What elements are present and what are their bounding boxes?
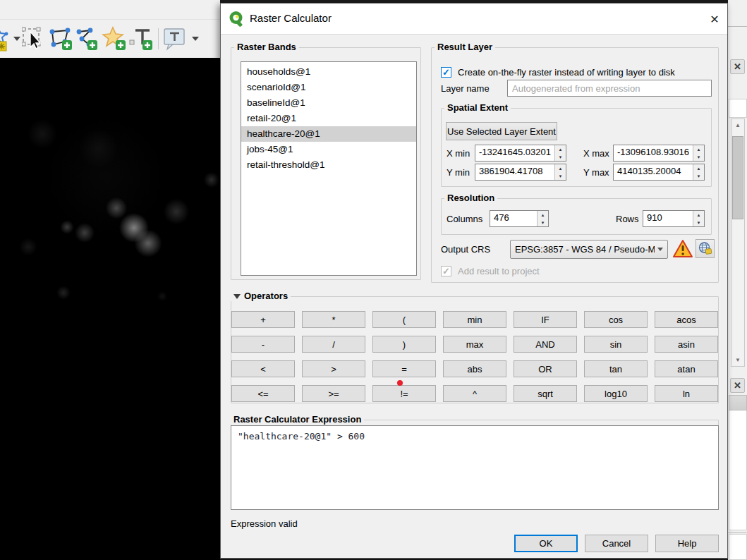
spin-up-icon[interactable]: ▲ <box>693 164 704 172</box>
panel-close-icon[interactable]: ✕ <box>730 59 745 74</box>
op-ln-button[interactable]: ln <box>655 385 718 402</box>
y-min-spinbox[interactable]: 3861904.41708 ▲▼ <box>475 164 566 181</box>
add-result-label: Add result to project <box>458 266 540 276</box>
raster-band-item[interactable]: jobs-45@1 <box>241 142 416 157</box>
op-divide-button[interactable]: / <box>302 336 365 353</box>
marker-annotation-icon[interactable] <box>102 25 127 52</box>
op-less-button[interactable]: < <box>231 360 295 377</box>
x-max-spinbox[interactable]: -13096108.93016 ▲▼ <box>613 145 705 162</box>
y-max-value[interactable]: 4140135.20004 <box>614 164 693 180</box>
op-cos-button[interactable]: cos <box>584 311 648 328</box>
op-multiply-button[interactable]: * <box>302 311 365 328</box>
spin-down-icon[interactable]: ▼ <box>693 153 704 161</box>
dropdown-caret-icon[interactable] <box>192 37 199 41</box>
operators-group-title[interactable]: Operators <box>231 291 291 301</box>
y-min-value[interactable]: 3861904.41708 <box>475 164 554 180</box>
layer-name-input[interactable] <box>507 80 712 97</box>
text-annotation-icon[interactable] <box>128 25 154 52</box>
cancel-button[interactable]: Cancel <box>585 535 648 552</box>
op-plus-button[interactable]: + <box>231 311 295 328</box>
spin-down-icon[interactable]: ▼ <box>693 172 704 180</box>
spin-up-icon[interactable]: ▲ <box>555 145 566 153</box>
op-atan-button[interactable]: atan <box>655 360 718 377</box>
spin-down-icon[interactable]: ▼ <box>555 172 566 180</box>
qgis-upper-toolbar-strip <box>0 0 220 20</box>
use-selected-layer-extent-button[interactable]: Use Selected Layer Extent <box>446 122 557 140</box>
raster-band-item[interactable]: retail-20@1 <box>241 111 416 126</box>
output-crs-label: Output CRS <box>441 244 490 255</box>
op-or-button[interactable]: OR <box>514 360 577 377</box>
columns-value[interactable]: 476 <box>490 211 537 226</box>
ok-button[interactable]: OK <box>514 535 578 552</box>
scrollbar-thumb[interactable] <box>732 136 743 219</box>
op-close-paren-button[interactable]: ) <box>372 336 436 353</box>
dialog-close-icon[interactable]: ✕ <box>706 11 723 28</box>
op-and-button[interactable]: AND <box>514 336 577 353</box>
spin-down-icon[interactable]: ▼ <box>555 153 566 161</box>
scroll-up-icon[interactable]: ▲ <box>731 122 744 128</box>
op-equals-button[interactable]: = <box>372 360 436 377</box>
dialog-titlebar[interactable]: Raster Calculator ✕ <box>221 4 727 35</box>
raster-band-item[interactable]: scenarioId@1 <box>241 80 416 95</box>
svg-text:✳: ✳ <box>0 42 5 51</box>
polygon-annotation-icon[interactable] <box>48 25 73 52</box>
op-if-button[interactable]: IF <box>514 311 577 328</box>
rows-value[interactable]: 910 <box>643 211 693 226</box>
op-less-equal-button[interactable]: <= <box>231 385 295 402</box>
toolbar-separator <box>158 28 159 49</box>
x-min-value[interactable]: -13241645.03201 <box>475 145 554 161</box>
rows-label: Rows <box>616 214 639 224</box>
globe-icon <box>698 241 712 256</box>
raster-band-item-selected[interactable]: healthcare-20@1 <box>241 126 416 142</box>
panel-close-icon[interactable]: ✕ <box>730 378 745 393</box>
op-power-button[interactable]: ^ <box>443 385 506 402</box>
y-max-spinbox[interactable]: 4140135.20004 ▲▼ <box>613 164 705 181</box>
help-button[interactable]: Help <box>655 535 719 552</box>
columns-spinbox[interactable]: 476 ▲▼ <box>490 210 549 227</box>
op-acos-button[interactable]: acos <box>655 311 718 328</box>
x-min-spinbox[interactable]: -13241645.03201 ▲▼ <box>475 145 566 162</box>
spin-up-icon[interactable]: ▲ <box>538 211 548 219</box>
op-max-button[interactable]: max <box>443 336 506 353</box>
op-asin-button[interactable]: asin <box>655 336 718 353</box>
panel-scrollbar[interactable]: ▲ ▼ <box>731 118 745 367</box>
select-crs-button[interactable] <box>696 239 715 258</box>
spin-down-icon[interactable]: ▼ <box>538 219 548 226</box>
dropdown-caret-icon[interactable] <box>13 37 20 41</box>
rows-spinbox[interactable]: 910 ▲▼ <box>643 210 705 227</box>
modify-annotations-icon[interactable] <box>21 25 47 52</box>
spin-up-icon[interactable]: ▲ <box>693 211 704 219</box>
op-sqrt-button[interactable]: sqrt <box>514 385 577 402</box>
op-log10-button[interactable]: log10 <box>584 385 648 402</box>
click-marker-dot <box>397 380 403 386</box>
op-abs-button[interactable]: abs <box>443 360 506 377</box>
spin-down-icon[interactable]: ▼ <box>693 219 704 226</box>
layer-name-label: Layer name <box>441 83 490 94</box>
op-open-paren-button[interactable]: ( <box>372 311 436 328</box>
map-canvas[interactable] <box>0 58 220 560</box>
raster-band-item[interactable]: households@1 <box>241 64 416 80</box>
line-annotation-icon[interactable] <box>73 25 99 52</box>
spin-up-icon[interactable]: ▲ <box>693 145 704 153</box>
op-greater-equal-button[interactable]: >= <box>302 385 365 402</box>
spin-up-icon[interactable]: ▲ <box>555 164 566 172</box>
op-not-equal-button[interactable]: != <box>372 385 436 402</box>
annotation-layer-icon[interactable]: ✳ <box>0 25 13 52</box>
text-balloon-icon[interactable] <box>162 25 188 52</box>
raster-bands-list[interactable]: households@1 scenarioId@1 baselineId@1 r… <box>241 61 417 276</box>
op-greater-button[interactable]: > <box>302 360 365 377</box>
op-min-button[interactable]: min <box>443 311 506 328</box>
op-sin-button[interactable]: sin <box>584 336 648 353</box>
crs-warning-icon[interactable] <box>672 239 693 259</box>
raster-band-item[interactable]: retail-threshold@1 <box>241 157 416 173</box>
expression-editor[interactable]: "healthcare-20@1" > 600 <box>231 425 719 510</box>
raster-band-item[interactable]: baselineId@1 <box>241 95 416 111</box>
x-max-value[interactable]: -13096108.93016 <box>614 145 693 161</box>
output-crs-combo[interactable]: EPSG:3857 - WGS 84 / Pseudo-Mer <box>510 240 668 259</box>
scroll-down-icon[interactable]: ▼ <box>731 357 744 363</box>
dialog-title: Raster Calculator <box>250 12 332 24</box>
op-minus-button[interactable]: - <box>231 336 295 353</box>
create-on-the-fly-checkbox[interactable]: ✓ <box>441 67 451 78</box>
op-tan-button[interactable]: tan <box>584 360 648 377</box>
panel-edge <box>729 410 747 530</box>
